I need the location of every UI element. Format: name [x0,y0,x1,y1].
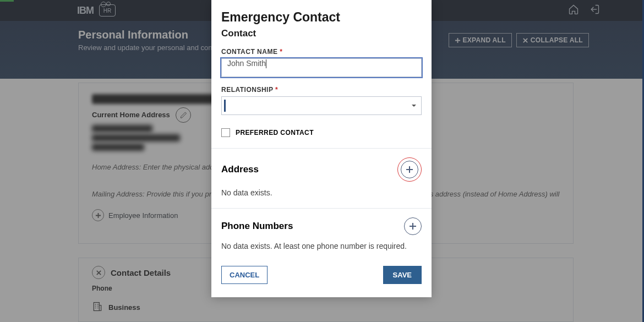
highlight-ring [397,157,422,182]
relationship-select[interactable] [221,96,422,115]
divider [211,208,432,209]
preferred-contact-label: PREFERRED CONTACT [236,129,314,137]
add-address-button[interactable] [401,161,418,178]
phone-section-title: Phone Numbers [221,221,293,232]
add-phone-button[interactable] [404,217,422,235]
chevron-down-icon [411,101,417,111]
cancel-button[interactable]: CANCEL [221,266,268,284]
address-empty-text: No data exists. [221,188,422,197]
emergency-contact-modal: Emergency Contact Contact CONTACT NAME *… [211,0,432,297]
modal-subtitle: Contact [221,28,422,39]
contact-name-input[interactable]: John Smith [221,58,422,77]
phone-empty-text: No data exists. At least one phone numbe… [221,242,422,250]
modal-title: Emergency Contact [221,0,422,25]
divider [211,148,432,149]
save-button[interactable]: SAVE [383,266,422,284]
contact-name-value: John Smith [227,59,266,68]
contact-name-label: CONTACT NAME * [221,48,422,56]
select-focus-bar [224,100,226,112]
checkbox-box [221,128,230,137]
address-section-title: Address [221,164,259,175]
relationship-label: RELATIONSHIP * [221,86,422,94]
preferred-contact-checkbox[interactable]: PREFERRED CONTACT [221,128,422,137]
